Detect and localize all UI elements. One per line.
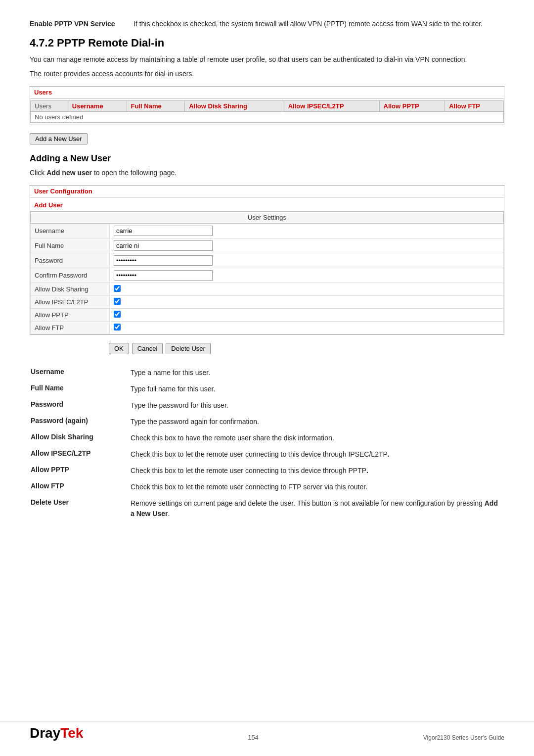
ftp-cell: [110, 322, 504, 334]
username-input[interactable]: [114, 226, 213, 236]
desc-def-disk-sharing: Check this box to have the remote user s…: [131, 430, 503, 446]
col-fullname: Full Name: [127, 101, 185, 112]
desc-def-ftp: Check this box to let the remote user co…: [131, 479, 503, 495]
desc-def-password: Type the password for this user.: [131, 398, 503, 413]
fullname-cell: [110, 238, 504, 253]
password-cell: [110, 253, 504, 268]
ipsec-checkbox[interactable]: [114, 298, 121, 305]
ipsec-cell: [110, 296, 504, 309]
enable-pptp-text: If this checkbox is checked, the system …: [134, 20, 504, 28]
add-new-user-ref: Add a New User: [131, 499, 498, 518]
config-panel: User Configuration Add User User Setting…: [30, 185, 504, 335]
disk-sharing-checkbox[interactable]: [114, 285, 121, 292]
ok-button[interactable]: OK: [109, 343, 129, 354]
ftp-label: Allow FTP: [31, 322, 110, 334]
adding-body: Click Add new user to open the following…: [30, 168, 504, 178]
field-row-ipsec: Allow IPSEC/L2TP: [31, 296, 504, 309]
col-ipsec: Allow IPSEC/L2TP: [284, 101, 379, 112]
users-panel-title: Users: [30, 87, 504, 98]
footer-product: Vigor2130 Series User's Guide: [423, 734, 504, 741]
desc-row-ipsec: Allow IPSEC/L2TP Check this box to let t…: [31, 447, 503, 462]
desc-term-fullname: Full Name: [31, 381, 130, 397]
brand-dray: Dray: [30, 725, 60, 741]
username-label: Username: [31, 224, 110, 238]
no-users-text: No users defined: [31, 112, 504, 123]
users-panel: Users Users Username Full Name Allow Dis…: [30, 86, 504, 125]
brand-tek: Tek: [60, 725, 83, 741]
desc-row-fullname: Full Name Type full name for this user.: [31, 381, 503, 397]
footer-page-number: 154: [248, 734, 259, 741]
add-new-user-button[interactable]: Add a New User: [30, 133, 88, 144]
settings-header: User Settings: [31, 212, 504, 224]
desc-def-password-again: Type the password again for confirmation…: [131, 414, 503, 429]
add-user-btn-wrap: Add a New User: [30, 133, 504, 144]
username-cell: [110, 224, 504, 238]
desc-def-username: Type a name for this user.: [131, 365, 503, 380]
delete-user-button[interactable]: Delete User: [166, 343, 211, 354]
fullname-input[interactable]: [114, 240, 213, 251]
form-buttons: OK Cancel Delete User: [109, 343, 504, 354]
desc-def-ipsec: Check this box to let the remote user co…: [131, 447, 503, 462]
field-row-disk-sharing: Allow Disk Sharing: [31, 283, 504, 296]
cancel-button[interactable]: Cancel: [132, 343, 163, 354]
confirm-password-label: Confirm Password: [31, 268, 110, 283]
desc-term-username: Username: [31, 365, 130, 380]
pptp-checkbox[interactable]: [114, 311, 121, 318]
desc-row-ftp: Allow FTP Check this box to let the remo…: [31, 479, 503, 495]
field-row-ftp: Allow FTP: [31, 322, 504, 334]
pptp-period: .: [366, 467, 368, 474]
add-new-user-bold: Add new user: [46, 169, 92, 177]
col-ftp: Allow FTP: [445, 101, 504, 112]
field-row-pptp: Allow PPTP: [31, 309, 504, 322]
confirm-password-cell: [110, 268, 504, 283]
add-user-section: Add User User Settings Username Full Nam…: [30, 197, 504, 334]
ipsec-label: Allow IPSEC/L2TP: [31, 296, 110, 309]
desc-row-password-again: Password (again) Type the password again…: [31, 414, 503, 429]
desc-term-ftp: Allow FTP: [31, 479, 130, 495]
confirm-password-input[interactable]: [114, 270, 213, 281]
field-row-fullname: Full Name: [31, 238, 504, 253]
password-label: Password: [31, 253, 110, 268]
fullname-label: Full Name: [31, 238, 110, 253]
ipsec-period: .: [388, 450, 390, 458]
disk-sharing-label: Allow Disk Sharing: [31, 283, 110, 296]
desc-row-pptp: Allow PPTP Check this box to let the rem…: [31, 463, 503, 478]
desc-term-pptp: Allow PPTP: [31, 463, 130, 478]
col-disk-sharing: Allow Disk Sharing: [185, 101, 284, 112]
pptp-label: Allow PPTP: [31, 309, 110, 322]
descriptions-table: Username Type a name for this user. Full…: [30, 364, 504, 522]
desc-def-fullname: Type full name for this user.: [131, 381, 503, 397]
adding-subsection-heading: Adding a New User: [30, 153, 504, 164]
table-row-empty: No users defined: [31, 112, 504, 123]
password-input[interactable]: [114, 255, 213, 266]
desc-row-disk-sharing: Allow Disk Sharing Check this box to hav…: [31, 430, 503, 446]
field-row-username: Username: [31, 224, 504, 238]
footer-brand: DrayTek: [30, 725, 83, 741]
desc-def-delete-user: Remove settings on current page and dele…: [131, 496, 503, 521]
add-user-label: Add User: [30, 199, 504, 211]
disk-sharing-cell: [110, 283, 504, 296]
desc-row-delete-user: Delete User Remove settings on current p…: [31, 496, 503, 521]
col-users-sub: Users: [31, 101, 68, 112]
desc-term-password: Password: [31, 398, 130, 413]
section-body2: The router provides access accounts for …: [30, 69, 504, 79]
col-pptp: Allow PPTP: [379, 101, 445, 112]
enable-pptp-label: Enable PPTP VPN Service: [30, 20, 119, 28]
desc-row-password: Password Type the password for this user…: [31, 398, 503, 413]
config-panel-title: User Configuration: [30, 186, 504, 197]
users-table: Users Username Full Name Allow Disk Shar…: [30, 100, 504, 123]
desc-term-delete-user: Delete User: [31, 496, 130, 521]
section-heading: 4.7.2 PPTP Remote Dial-in: [30, 37, 504, 49]
section-body1: You can manage remote access by maintain…: [30, 54, 504, 65]
desc-row-username: Username Type a name for this user.: [31, 365, 503, 380]
intro-section: Enable PPTP VPN Service If this checkbox…: [30, 20, 504, 28]
desc-term-ipsec: Allow IPSEC/L2TP: [31, 447, 130, 462]
desc-term-disk-sharing: Allow Disk Sharing: [31, 430, 130, 446]
field-row-confirm-password: Confirm Password: [31, 268, 504, 283]
col-username: Username: [68, 101, 127, 112]
footer: DrayTek 154 Vigor2130 Series User's Guid…: [0, 721, 534, 741]
desc-def-pptp: Check this box to let the remote user co…: [131, 463, 503, 478]
user-settings-table: User Settings Username Full Name: [30, 211, 504, 334]
pptp-cell: [110, 309, 504, 322]
ftp-checkbox[interactable]: [114, 324, 121, 331]
